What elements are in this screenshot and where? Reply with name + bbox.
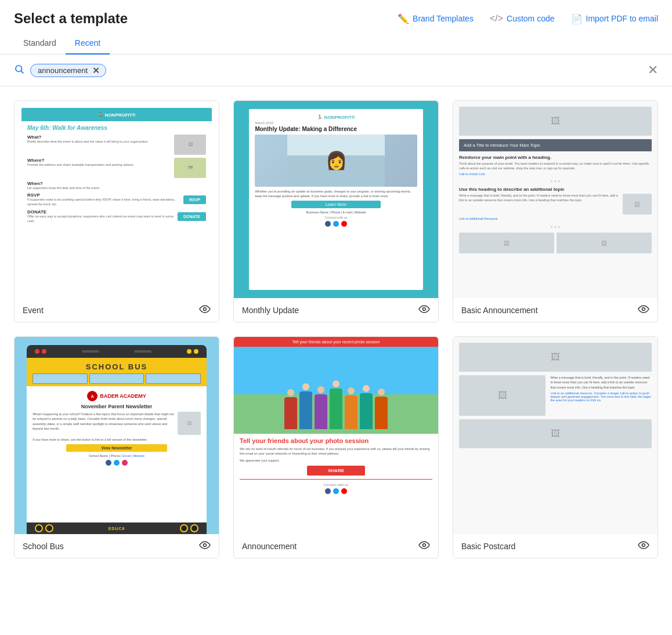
svg-point-2	[204, 308, 207, 311]
preview-eye-icon-basic-announcement[interactable]	[638, 304, 649, 316]
template-thumb-monthly-update: 🏃 NONPROFIT® March 2015 Monthly Update: …	[234, 101, 438, 298]
template-footer-monthly-update: Monthly Update	[234, 298, 438, 322]
template-footer-event: Event	[15, 298, 219, 322]
search-tag-close-icon[interactable]: ✕	[92, 66, 100, 75]
template-name-basic-announcement: Basic Announcement	[461, 306, 538, 315]
template-thumb-basic-announcement: 🖼 Add a Title to Introduce Your Main Top…	[453, 101, 657, 298]
import-pdf-button[interactable]: 📄 Import PDF to email	[571, 13, 658, 24]
tab-recent[interactable]: Recent	[66, 32, 110, 55]
pdf-icon: 📄	[571, 13, 583, 24]
pencil-icon: ✏️	[398, 13, 409, 24]
preview-eye-icon-school-bus[interactable]	[199, 540, 211, 552]
search-icon	[14, 64, 24, 77]
template-card-basic-postcard[interactable]: 🖼 🖼 Write a message that is brief, frien…	[453, 336, 658, 558]
svg-point-4	[642, 308, 645, 311]
search-clear-all-button[interactable]: ✕	[648, 63, 658, 78]
template-card-monthly-update[interactable]: 🏃 NONPROFIT® March 2015 Monthly Update: …	[233, 100, 439, 322]
preview-eye-icon-monthly-update[interactable]	[418, 304, 430, 316]
header-actions: ✏️ Brand Templates </> Custom code 📄 Imp…	[398, 13, 658, 24]
template-thumb-announcement: Tell your friends about your recent phot…	[234, 337, 438, 534]
search-tag[interactable]: announcement ✕	[30, 64, 106, 77]
template-name-event: Event	[23, 306, 44, 315]
template-name-basic-postcard: Basic Postcard	[461, 542, 515, 551]
tab-standard[interactable]: Standard	[14, 32, 66, 55]
preview-eye-icon-basic-postcard[interactable]	[638, 540, 649, 552]
svg-point-3	[423, 308, 426, 311]
template-footer-basic-postcard: Basic Postcard	[453, 534, 657, 558]
template-card-basic-announcement[interactable]: 🖼 Add a Title to Introduce Your Main Top…	[453, 100, 658, 322]
template-thumb-school-bus: SCHOOL BUS A BADER ACADEMY November Pare…	[15, 337, 219, 534]
brand-templates-button[interactable]: ✏️ Brand Templates	[398, 13, 474, 24]
template-footer-announcement: Announcement	[234, 534, 438, 558]
template-name-announcement: Announcement	[242, 542, 297, 551]
svg-point-5	[204, 544, 207, 547]
template-footer-basic-announcement: Basic Announcement	[453, 298, 657, 322]
svg-point-6	[423, 544, 426, 547]
preview-eye-icon-event[interactable]	[199, 304, 211, 316]
search-bar-row: announcement ✕ ✕	[0, 55, 672, 86]
tabs-row: Standard Recent	[0, 32, 672, 55]
svg-point-7	[642, 544, 645, 547]
code-icon: </>	[490, 13, 503, 24]
template-footer-school-bus: School Bus	[15, 534, 219, 558]
custom-code-button[interactable]: </> Custom code	[490, 13, 555, 24]
preview-eye-icon-announcement[interactable]	[418, 540, 430, 552]
template-card-event[interactable]: 🏃 NONPROFIT® May 6th: Walk for Awareness…	[14, 100, 219, 322]
page-header: Select a template ✏️ Brand Templates </>…	[0, 0, 672, 32]
svg-line-1	[21, 71, 23, 73]
template-thumb-basic-postcard: 🖼 🖼 Write a message that is brief, frien…	[453, 337, 657, 534]
search-tag-text: announcement	[38, 66, 88, 75]
template-thumb-event: 🏃 NONPROFIT® May 6th: Walk for Awareness…	[15, 101, 219, 298]
template-card-announcement[interactable]: Tell your friends about your recent phot…	[233, 336, 439, 558]
templates-grid: 🏃 NONPROFIT® May 6th: Walk for Awareness…	[0, 86, 672, 572]
template-card-school-bus[interactable]: SCHOOL BUS A BADER ACADEMY November Pare…	[14, 336, 219, 558]
svg-point-0	[16, 66, 22, 72]
page-title: Select a template	[14, 10, 128, 27]
template-name-school-bus: School Bus	[23, 542, 64, 551]
template-name-monthly-update: Monthly Update	[242, 306, 299, 315]
